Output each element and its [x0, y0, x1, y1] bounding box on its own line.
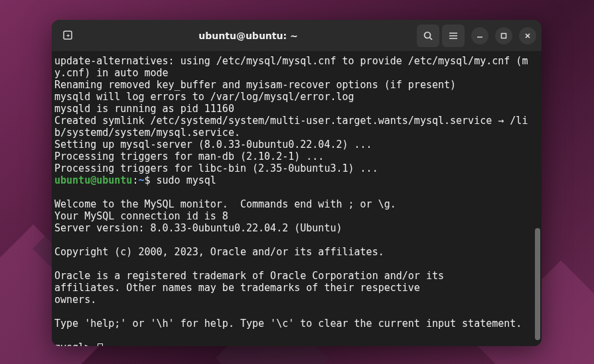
svg-rect-0: [64, 31, 72, 39]
search-button[interactable]: [417, 25, 439, 47]
terminal-output-line: Processing triggers for man-db (2.10.2-1…: [54, 151, 539, 162]
terminal-output-line: Server version: 8.0.33-0ubuntu0.22.04.2 …: [54, 222, 539, 234]
hamburger-icon: [448, 30, 459, 41]
terminal-output-line: mysqld is running as pid 11160: [54, 103, 539, 115]
terminal-output-line: Created symlink /etc/systemd/system/mult…: [54, 115, 539, 139]
terminal-output-line: [54, 306, 539, 318]
prompt-user: ubuntu@ubuntu: [54, 174, 132, 186]
terminal-output-line: affiliates. Other names may be trademark…: [54, 282, 539, 294]
terminal-output-line: [54, 330, 539, 341]
terminal-output-line: Processing triggers for libc-bin (2.35-0…: [54, 162, 539, 174]
window-title: ubuntu@ubuntu: ~: [80, 30, 417, 41]
minimize-icon: [476, 32, 484, 40]
new-tab-button[interactable]: [57, 25, 80, 47]
command-text: sudo mysql: [157, 174, 216, 186]
cursor: [98, 343, 103, 346]
close-button[interactable]: [519, 27, 536, 44]
close-icon: [524, 32, 532, 40]
terminal-output-line: mysqld will log errors to /var/log/mysql…: [54, 91, 539, 103]
svg-line-2: [430, 37, 433, 40]
terminal-output-line: Your MySQL connection id is 8: [54, 210, 539, 222]
terminal-output-line: Setting up mysql-server (8.0.33-0ubuntu0…: [54, 139, 539, 151]
prompt-dollar: $: [144, 174, 150, 186]
terminal-output-line: Renaming removed key_buffer and myisam-r…: [54, 79, 539, 91]
terminal-window: ubuntu@ubuntu: ~: [52, 20, 542, 346]
maximize-button[interactable]: [495, 27, 512, 44]
menu-button[interactable]: [442, 25, 465, 47]
svg-rect-7: [502, 33, 506, 38]
terminal-output-line: Copyright (c) 2000, 2023, Oracle and/or …: [54, 246, 539, 258]
mysql-prompt: mysql>: [54, 341, 96, 346]
terminal-output-line: [54, 234, 539, 246]
terminal-output-line: Oracle is a registered trademark of Orac…: [54, 270, 539, 282]
svg-point-1: [425, 32, 431, 38]
titlebar[interactable]: ubuntu@ubuntu: ~: [52, 20, 542, 51]
terminal-output-line: Type 'help;' or '\h' for help. Type '\c'…: [54, 318, 539, 330]
terminal-output-line: [54, 258, 539, 270]
terminal-output-line: Welcome to the MySQL monitor. Commands e…: [54, 198, 539, 210]
terminal-output-line: owners.: [54, 294, 539, 306]
search-icon: [423, 30, 433, 41]
minimize-button[interactable]: [471, 27, 488, 44]
terminal-body[interactable]: update-alternatives: using /etc/mysql/my…: [52, 51, 542, 346]
scrollbar[interactable]: [535, 228, 540, 340]
new-tab-icon: [62, 30, 74, 42]
terminal-output-line: update-alternatives: using /etc/mysql/my…: [54, 55, 539, 79]
maximize-icon: [500, 32, 508, 40]
